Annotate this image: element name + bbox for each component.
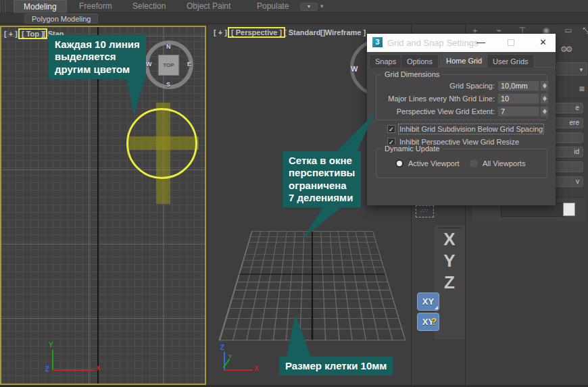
viewcube-west-label: W	[146, 61, 152, 68]
lattice-selection-icon[interactable]: ∴∵	[416, 205, 434, 217]
callout-cell-size: Размер клетки 10мм	[279, 357, 393, 376]
checkbox-inhibit-subdivision[interactable]: ✓	[387, 125, 395, 133]
dropdown-caret-icon: ▼	[579, 67, 584, 73]
constraint-x-button[interactable]: X	[433, 229, 466, 250]
axis-z-label: Z	[220, 344, 224, 351]
grid-extent-label: Perspective View Grid Extent:	[397, 107, 495, 115]
object-color-swatch[interactable]	[563, 203, 575, 216]
close-button[interactable]: ✕	[539, 37, 547, 47]
major-lines-label: Major Lines every Nth Grid Line:	[388, 95, 495, 103]
constraint-y-button[interactable]: Y	[433, 251, 466, 272]
axis-x-label: X	[96, 365, 101, 372]
dropdown-selector[interactable]: ▼	[556, 62, 587, 76]
radio-active-viewport[interactable]	[395, 159, 403, 167]
spinner-icon[interactable]	[540, 106, 549, 117]
viewcube-south-label: S	[166, 81, 170, 88]
grid-snap-settings-dialog: 3 Grid and Snap Settings — ✕ Snaps Optio…	[367, 34, 556, 205]
display-tab-icon[interactable]: ▭	[560, 26, 577, 35]
grid-extent-field[interactable]: 7	[497, 106, 539, 117]
viewcube-top-face[interactable]: TOP	[158, 55, 179, 76]
viewport-menu-mode[interactable]: [ Wireframe ]	[320, 28, 366, 36]
max-logo-icon: 3	[372, 37, 383, 47]
tab-home-grid[interactable]: Home Grid	[440, 53, 488, 68]
viewport-top[interactable]: TOP N E S W [ + ] [ Top ] [ Stan Y X Z	[0, 26, 206, 385]
ribbon-tab-modeling[interactable]: Modeling	[14, 0, 67, 13]
viewcube-east-label: E	[187, 61, 191, 68]
snaps-axis-constraint-button[interactable]: XY ?	[417, 313, 439, 331]
polygon-modeling-panel-button[interactable]: Polygon Modeling	[24, 14, 98, 24]
minimize-button[interactable]: —	[476, 37, 485, 47]
major-lines-field[interactable]: 10	[497, 93, 539, 104]
tab-options[interactable]: Options	[401, 54, 439, 68]
gears-icon[interactable]: ⚙⚙	[560, 45, 571, 54]
toolbar-divider	[439, 228, 462, 228]
viewport-menu-shading[interactable]: [ Standard ]	[284, 28, 325, 36]
axis-y-label: Y	[228, 353, 232, 359]
callout-perspective-extent: Сетка в окне перспективы ограничена 7 де…	[283, 151, 361, 207]
checkbox-label: Inhibit Grid Subdivision Below Grid Spac…	[399, 125, 543, 133]
tab-user-grids[interactable]: User Grids	[487, 54, 535, 68]
radio-label: Active Viewport	[408, 159, 460, 167]
radio-all-viewports[interactable]	[470, 159, 478, 167]
grid-spacing-label: Grid Spacing:	[449, 82, 495, 90]
viewport-menu-view-perspective[interactable]: [ Perspective ]	[228, 27, 285, 38]
axis-y-line	[52, 350, 53, 370]
ribbon-minimize-caret-icon[interactable]: ▾	[320, 3, 324, 9]
tab-snaps[interactable]: Snaps	[369, 54, 402, 68]
viewcube-west-label: W	[351, 65, 358, 73]
perspective-grid	[219, 231, 406, 340]
ribbon-tab-selection[interactable]: Selection	[123, 0, 175, 13]
dialog-title: Grid and Snap Settings	[387, 38, 478, 48]
xy-label: XY	[422, 296, 434, 307]
constraint-z-button[interactable]: Z	[433, 272, 466, 293]
radio-label: All Viewports	[483, 159, 525, 167]
grid-origin-axis	[97, 27, 99, 384]
ribbon-tab-object-paint[interactable]: Object Paint	[177, 0, 240, 13]
spinner-icon[interactable]	[540, 80, 549, 91]
viewport-menu-plus[interactable]: [ + ]	[214, 28, 227, 36]
viewcube-north-label: N	[166, 43, 171, 50]
utilities-tab-icon[interactable]: ⤡	[578, 26, 588, 35]
axis-z-label: Z	[45, 365, 49, 373]
constraint-xy-button[interactable]: XY	[417, 292, 439, 311]
group-title: Dynamic Update	[382, 145, 442, 153]
snap-hook-icon: ?	[431, 313, 437, 330]
axis-x-label: X	[254, 365, 259, 372]
annotation-circle	[126, 108, 197, 179]
ribbon-minimize-icon[interactable]: ▼	[300, 3, 318, 11]
axis-y-label: Y	[49, 341, 53, 349]
axis-x-line	[53, 369, 95, 371]
app-window: Modeling Freeform Selection Object Paint…	[0, 0, 588, 387]
callout-major-lines: Каждая 10 линия выделяется другим цветом	[49, 35, 146, 79]
flyout-corner-icon	[435, 306, 438, 309]
axis-x-line	[224, 369, 253, 371]
grid-y-axis	[312, 232, 314, 340]
group-title: Grid Dimensions	[382, 70, 442, 78]
grid-spacing-field[interactable]: 10,0mm	[497, 80, 539, 91]
maximize-button[interactable]	[508, 39, 514, 46]
rollout-strip: ▦	[555, 80, 588, 99]
grid-pattern-icon: ▦	[579, 85, 585, 92]
viewport-menu-plus[interactable]: [ + ]	[4, 30, 18, 38]
ribbon-tab-populate[interactable]: Populate	[247, 0, 298, 13]
spinner-icon[interactable]	[540, 93, 549, 104]
ribbon-tab-freeform[interactable]: Freeform	[70, 0, 122, 13]
